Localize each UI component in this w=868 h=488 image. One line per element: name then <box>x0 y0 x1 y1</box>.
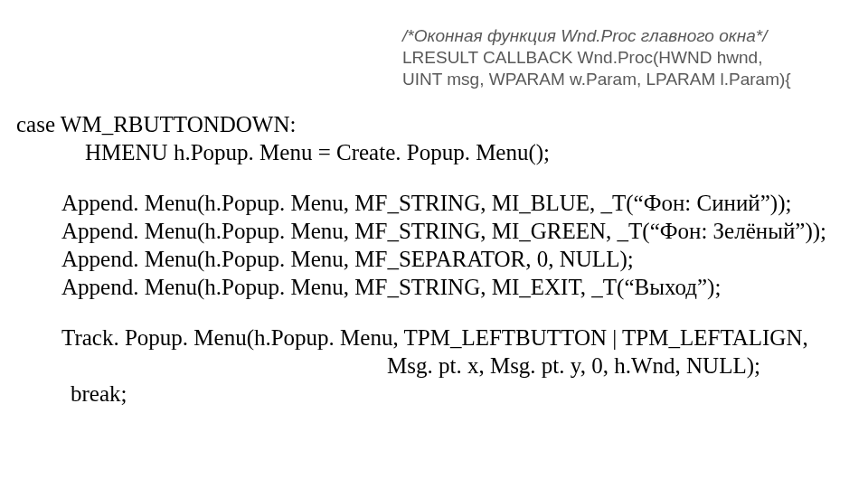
code-line-6: Append. Menu(h.Popup. Menu, MF_STRING, M… <box>16 273 852 301</box>
code-line-1: case WM_RBUTTONDOWN: <box>16 110 852 138</box>
header-line-2: LRESULT CALLBACK Wnd.Proc(HWND hwnd, <box>402 47 854 69</box>
header-line-3: UINT msg, WPARAM w.Param, LPARAM l.Param… <box>402 69 854 90</box>
code-line-3: Append. Menu(h.Popup. Menu, MF_STRING, M… <box>16 189 852 217</box>
slide: /*Оконная функция Wnd.Proc главного окна… <box>0 0 868 488</box>
code-block: case WM_RBUTTONDOWN: HMENU h.Popup. Menu… <box>16 110 852 408</box>
code-line-2: HMENU h.Popup. Menu = Create. Popup. Men… <box>16 138 852 166</box>
code-line-5: Append. Menu(h.Popup. Menu, MF_SEPARATOR… <box>16 245 852 273</box>
code-line-7: Track. Popup. Menu(h.Popup. Menu, TPM_LE… <box>16 324 852 352</box>
header-comment: /*Оконная функция Wnd.Proc главного окна… <box>402 25 854 47</box>
header-block: /*Оконная функция Wnd.Proc главного окна… <box>402 25 854 89</box>
code-line-9: break; <box>16 380 852 408</box>
code-line-8: Msg. pt. x, Msg. pt. y, 0, h.Wnd, NULL); <box>16 352 852 380</box>
code-line-4: Append. Menu(h.Popup. Menu, MF_STRING, M… <box>16 217 852 245</box>
